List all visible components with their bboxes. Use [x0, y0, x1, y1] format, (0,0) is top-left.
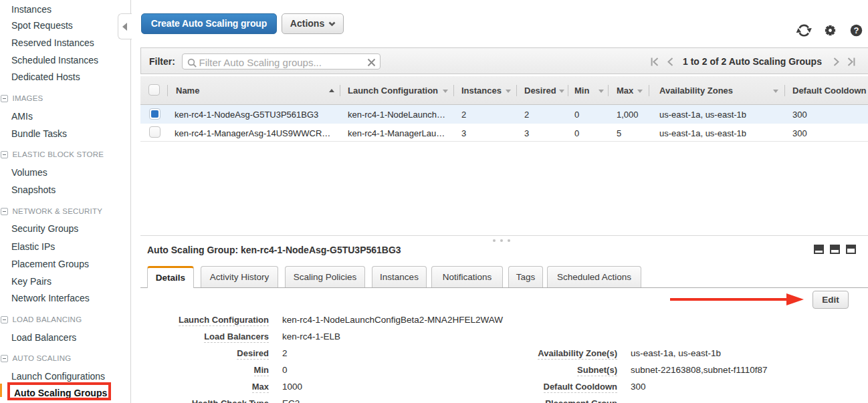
- svg-text:?: ?: [853, 25, 859, 35]
